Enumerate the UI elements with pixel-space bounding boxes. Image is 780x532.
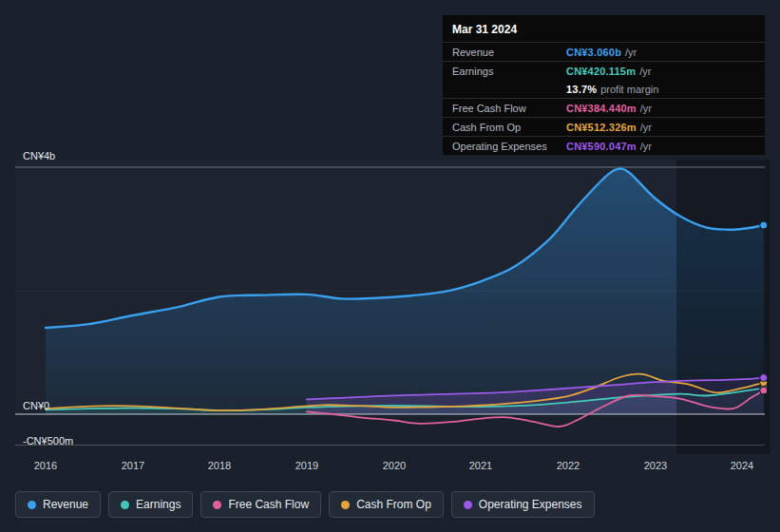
tooltip-label-free-cash-flow: Free Cash Flow [452,102,566,115]
legend-item-cash-from-op[interactable]: Cash From Op [329,491,444,518]
tooltip-row-operating-expenses: Operating Expenses CN¥590.047m/yr [443,136,765,155]
chart-legend: Revenue Earnings Free Cash Flow Cash Fro… [15,491,595,518]
tooltip-suffix: /yr [640,103,652,114]
tooltip-label-operating-expenses: Operating Expenses [452,140,566,153]
series-end-dot-free-cash-flow [760,387,768,394]
x-axis-label-2016: 2016 [27,460,65,471]
y-axis-label-4b: CN¥4b [23,150,55,162]
chart-tooltip: Mar 31 2024 Revenue CN¥3.060b/yr Earning… [443,15,765,155]
x-axis-label-2019: 2019 [288,460,326,471]
legend-item-earnings[interactable]: Earnings [108,491,193,518]
x-axis-label-2018: 2018 [200,460,238,471]
legend-dot-free-cash-flow [213,501,221,509]
x-axis-label-2017: 2017 [114,460,152,471]
legend-item-revenue[interactable]: Revenue [15,491,101,518]
series-end-dot-revenue [760,221,768,229]
y-axis-label-neg500m: -CN¥500m [23,435,73,446]
tooltip-profit-margin-text: profit margin [600,84,658,95]
x-axis-label-2023: 2023 [637,460,675,471]
tooltip-value-profit-margin: 13.7% [566,84,597,95]
tooltip-row-revenue: Revenue CN¥3.060b/yr [443,42,765,61]
x-axis-label-2020: 2020 [375,460,413,471]
legend-label-operating-expenses: Operating Expenses [479,498,582,511]
x-axis-label-2022: 2022 [549,460,587,471]
legend-dot-earnings [121,501,129,509]
tooltip-suffix: /yr [625,47,637,58]
tooltip-row-earnings: Earnings CN¥420.115m/yr [443,61,765,80]
tooltip-value-cash-from-op: CN¥512.326m [566,122,637,133]
tooltip-label-revenue: Revenue [452,46,566,59]
legend-item-free-cash-flow[interactable]: Free Cash Flow [200,491,321,518]
x-axis-label-2021: 2021 [462,460,500,471]
x-axis-label-2024: 2024 [723,460,761,471]
recent-period-band [676,160,770,454]
tooltip-row-cash-from-op: Cash From Op CN¥512.326m/yr [443,117,765,136]
legend-dot-operating-expenses [464,501,472,509]
tooltip-suffix: /yr [639,66,651,77]
tooltip-value-revenue: CN¥3.060b [566,47,621,58]
tooltip-suffix: /yr [640,122,652,133]
tooltip-suffix: /yr [640,141,652,152]
legend-dot-cash-from-op [341,501,350,509]
tooltip-label-cash-from-op: Cash From Op [452,121,566,134]
legend-label-cash-from-op: Cash From Op [356,498,431,511]
tooltip-value-earnings: CN¥420.115m [566,66,636,77]
legend-label-free-cash-flow: Free Cash Flow [228,498,309,511]
tooltip-label-earnings: Earnings [452,65,566,78]
legend-dot-revenue [28,501,36,509]
series-end-dot-operating-expenses [760,374,768,382]
tooltip-date: Mar 31 2024 [443,15,765,42]
tooltip-row-free-cash-flow: Free Cash Flow CN¥384.440m/yr [443,98,765,117]
legend-label-earnings: Earnings [136,498,181,511]
legend-item-operating-expenses[interactable]: Operating Expenses [451,491,595,518]
tooltip-value-operating-expenses: CN¥590.047m [566,141,637,152]
y-axis-label-zero: CN¥0 [23,400,49,411]
tooltip-value-free-cash-flow: CN¥384.440m [566,103,637,114]
tooltip-row-profit-margin: 13.7%profit margin [443,80,765,98]
legend-label-revenue: Revenue [43,498,88,511]
